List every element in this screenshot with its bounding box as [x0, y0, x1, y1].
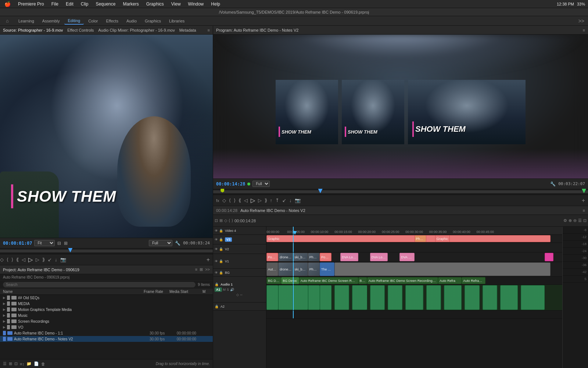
tl-clip-drone[interactable]: dronesurfing_f — [278, 253, 293, 261]
prog-tb-camera[interactable]: 📷 — [295, 198, 301, 203]
timeline-menu-icon[interactable]: ≡ — [583, 208, 585, 213]
tl-clip-audio-1[interactable] — [266, 285, 278, 310]
menu-window[interactable]: Window — [187, 1, 205, 7]
tl-zoom-in[interactable]: ⊕ — [569, 218, 572, 223]
source-wrench[interactable]: 🔧 — [175, 241, 180, 246]
source-tb-out[interactable]: ⟩ — [11, 257, 13, 262]
source-tb-marker[interactable]: ◇ — [0, 257, 4, 262]
menu-help[interactable]: Help — [209, 1, 222, 7]
program-ctrl-btn[interactable]: 🔧 — [550, 181, 556, 187]
track-s[interactable]: S — [227, 288, 229, 291]
proj-tb-freeform[interactable]: ⊡ — [14, 361, 18, 366]
prog-tb-step-fwd[interactable]: ▷ — [258, 198, 262, 203]
source-tab-effect-controls[interactable]: Effect Controls — [67, 28, 94, 32]
proj-tb-sort[interactable]: ≡↕ — [20, 362, 24, 366]
tab-libraries[interactable]: Libraries — [165, 18, 188, 24]
tl-clip-audio-6[interactable] — [334, 285, 349, 310]
tl-clip-screen-rec-1[interactable]: Auto Reframe IBC Demo Screen Recording -… — [299, 277, 358, 284]
track-lock-v4[interactable]: 🔒 — [219, 229, 223, 233]
tab-assembly[interactable]: Assembly — [39, 18, 64, 24]
tab-effects[interactable]: Effects — [102, 18, 122, 24]
prog-tb-play[interactable]: ▷ — [251, 197, 255, 204]
prog-tb-out[interactable]: ⟩ — [234, 198, 236, 203]
tl-clip-dva-lower-2[interactable]: DVA Lower 3rd - one — [370, 253, 388, 261]
program-timeline[interactable] — [213, 189, 588, 195]
tl-clip-audio-11[interactable] — [426, 285, 441, 310]
tab-learning[interactable]: Learning — [15, 18, 38, 24]
source-tb-step-fwd[interactable]: ▷ — [36, 257, 39, 262]
proj-tb-new-bin[interactable]: 📁 — [26, 361, 32, 366]
tl-clip-bg-2[interactable]: BG Defoc — [281, 277, 299, 284]
list-item[interactable]: ▶ ## Old SEQs — [0, 295, 213, 301]
project-icon-2[interactable]: ⊞ — [200, 267, 203, 272]
tl-clip-graphic-2[interactable]: Graphic — [435, 235, 450, 242]
tl-clip-audio-16[interactable] — [521, 285, 544, 310]
prog-tb-extract[interactable]: ⤒ — [275, 198, 279, 203]
menu-file[interactable]: File — [50, 1, 60, 7]
source-tb-prev-in[interactable]: ⟪ — [16, 257, 19, 262]
track-eye-v1[interactable]: 👁 — [215, 259, 218, 263]
track-eye-v2[interactable]: 👁 — [215, 247, 218, 251]
menu-clip[interactable]: Clip — [79, 1, 90, 7]
source-tb-add[interactable]: + — [207, 256, 210, 263]
tl-clip-v1-drone[interactable]: dronesurfing_f — [278, 262, 293, 276]
proj-tb-new-item[interactable]: 📄 — [34, 361, 39, 366]
tl-clip-powered-2[interactable]: Powered — [320, 253, 331, 261]
tl-settings[interactable]: ☰ — [578, 218, 582, 223]
track-lock-v3[interactable]: 🔒 — [219, 238, 223, 241]
program-menu-icon[interactable]: ≡ — [583, 28, 585, 32]
tl-out[interactable]: ⟩ — [232, 218, 233, 223]
project-search-input[interactable] — [3, 282, 196, 287]
menu-premiere-pro[interactable]: Premiere Pro — [17, 1, 46, 7]
proj-tb-delete[interactable]: 🗑 — [41, 362, 45, 366]
list-item[interactable]: ▶ Screen Recordings — [0, 318, 213, 324]
more-workspaces[interactable]: >> — [578, 18, 584, 24]
menu-graphics[interactable]: Graphics — [145, 1, 165, 7]
source-timeline[interactable] — [0, 248, 213, 254]
track-label-v3[interactable]: V3 — [225, 237, 232, 242]
tl-in[interactable]: ⟨ — [229, 218, 230, 223]
source-tb-camera[interactable]: 📷 — [60, 257, 66, 262]
source-panel-menu[interactable]: ≡ — [208, 28, 210, 32]
tl-link-icon[interactable]: ⊞ — [219, 218, 223, 223]
tl-clip-audio-9[interactable] — [388, 285, 402, 310]
tl-clip-photo[interactable]: Photograp — [308, 253, 320, 261]
prog-tb-insert[interactable]: ↙ — [282, 198, 286, 203]
track-lock-a1[interactable]: 🔒 — [215, 283, 219, 286]
tl-clip-v1-blue[interactable]: The Auto R — [320, 262, 334, 276]
track-pan[interactable]: ↔ — [240, 293, 243, 297]
list-item[interactable]: Auto Reframe IBC Demo - Notes V2 30.00 f… — [0, 336, 213, 342]
source-tb-next-out[interactable]: ⟫ — [42, 257, 45, 262]
source-ctrl-1[interactable]: ⊟ — [57, 241, 61, 246]
tl-clip-audio-12[interactable] — [444, 285, 462, 310]
tl-gear[interactable]: ⚙ — [563, 218, 567, 223]
tab-color[interactable]: Color — [85, 18, 101, 24]
track-volume[interactable]: 🔊 — [230, 288, 234, 291]
track-lock-bg[interactable]: 🔒 — [219, 271, 223, 275]
source-tab-audio-mixer[interactable]: Audio Clip Mixer: Photographer - 16-9.mo… — [98, 28, 175, 32]
tab-editing[interactable]: Editing — [64, 17, 84, 25]
tl-clip-audio-4[interactable] — [308, 285, 320, 310]
list-item[interactable]: ▶ Motion Graphics Template Media — [0, 307, 213, 312]
track-keyframe[interactable]: ◇ — [236, 293, 239, 297]
tl-clip-ski[interactable]: ski_backflip_sma — [293, 253, 308, 261]
tl-clip-dva-lower-3[interactable]: DVA Lower 3rd - one — [399, 253, 414, 261]
tl-snap-icon[interactable]: ⊡ — [215, 218, 218, 223]
track-m[interactable]: M — [223, 288, 226, 291]
tl-clip-pink-end[interactable] — [545, 253, 553, 261]
source-full-dropdown[interactable]: Full Half Quarter — [149, 240, 172, 246]
track-eye-v3[interactable]: 👁 — [215, 238, 218, 241]
tl-clip-graphic-bar[interactable]: Graphic — [266, 235, 551, 242]
tl-clip-v1-1[interactable]: Auto Refi — [266, 262, 278, 276]
tl-clip-audio-14[interactable] — [483, 285, 497, 310]
tl-clip-audio-10[interactable] — [405, 285, 423, 310]
prog-tb-next-out[interactable]: ⟫ — [265, 198, 267, 203]
track-lock-a2[interactable]: 🔒 — [215, 305, 219, 308]
prog-tb-prev-in[interactable]: ⟪ — [239, 198, 241, 203]
prog-tb-in[interactable]: ⟨ — [229, 198, 231, 203]
tl-add-marker[interactable]: ◇ — [224, 218, 227, 223]
menu-sequence[interactable]: Sequence — [94, 1, 117, 7]
tl-clip-audio-13[interactable] — [465, 285, 479, 310]
source-tab-source[interactable]: Source: Photographer - 16-9.mov — [3, 28, 63, 32]
track-lock-v1[interactable]: 🔒 — [219, 259, 223, 263]
